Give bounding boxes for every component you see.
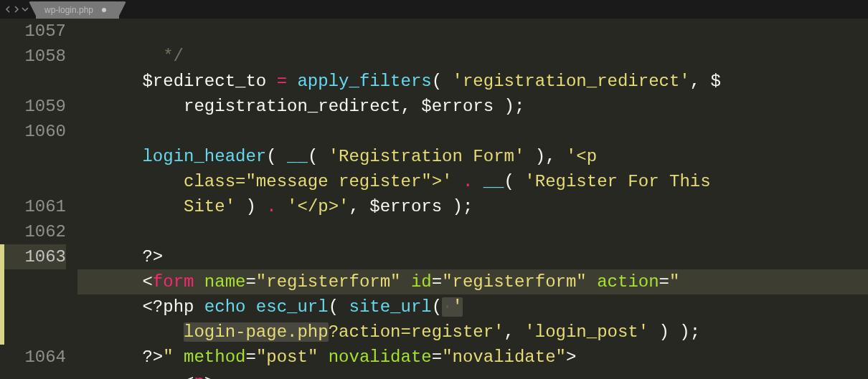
line-number: 1064 xyxy=(0,345,66,370)
selection: ·' xyxy=(442,297,463,317)
line-number xyxy=(0,144,66,169)
line-number xyxy=(0,269,66,294)
code-area[interactable]: */ $redirect_to = apply_filters( 'regist… xyxy=(77,19,868,379)
line-number: 1058 xyxy=(0,44,66,69)
nav-fwd-icon[interactable] xyxy=(13,6,20,13)
code-line[interactable]: ?> xyxy=(77,244,868,269)
line-number xyxy=(0,69,66,94)
editor[interactable]: 1057 1058 1059 1060 1061 1062 1063 1064 … xyxy=(0,19,868,379)
code-line[interactable]: login-page.php?action=register', 'login_… xyxy=(77,320,868,345)
nav-dropdown-icon[interactable] xyxy=(22,6,29,12)
code-line[interactable]: <?php echo esc_url( site_url(·' xyxy=(77,294,868,320)
line-number: 1059 xyxy=(0,94,66,119)
line-number: 1060 xyxy=(0,119,66,144)
code-line[interactable]: login_header( __( 'Registration Form' ),… xyxy=(77,144,868,169)
dirty-indicator-icon xyxy=(102,8,106,12)
code-line[interactable]: registration_redirect, $errors ); xyxy=(77,94,868,119)
line-number xyxy=(0,294,66,320)
code-line[interactable]: class="message register">' . __( 'Regist… xyxy=(77,169,868,194)
modified-marker xyxy=(0,244,4,345)
code-line[interactable]: $redirect_to = apply_filters( 'registrat… xyxy=(77,69,868,94)
file-tab[interactable]: wp-login.php xyxy=(36,1,119,19)
nav-back-icon[interactable] xyxy=(4,6,11,13)
line-number xyxy=(0,169,66,194)
code-line[interactable]: <p> xyxy=(77,370,868,379)
line-number: 1057 xyxy=(0,19,66,44)
code-line[interactable] xyxy=(77,219,868,244)
code-line[interactable]: ?>" method="post" novalidate="novalidate… xyxy=(77,345,868,370)
line-number: 1062 xyxy=(0,219,66,244)
line-number xyxy=(0,320,66,345)
tab-bar: wp-login.php xyxy=(0,0,868,19)
line-number: 1061 xyxy=(0,194,66,219)
code-line[interactable]: Site' ) . '</p>', $errors ); xyxy=(77,194,868,219)
gutter: 1057 1058 1059 1060 1061 1062 1063 1064 xyxy=(0,19,77,379)
line-number: 1063 xyxy=(0,244,66,269)
code-line[interactable]: */ xyxy=(77,44,868,69)
code-line[interactable] xyxy=(77,119,868,144)
selection: login-page.php xyxy=(184,322,329,342)
code-line[interactable]: <form name="registerform" id="registerfo… xyxy=(77,269,868,294)
